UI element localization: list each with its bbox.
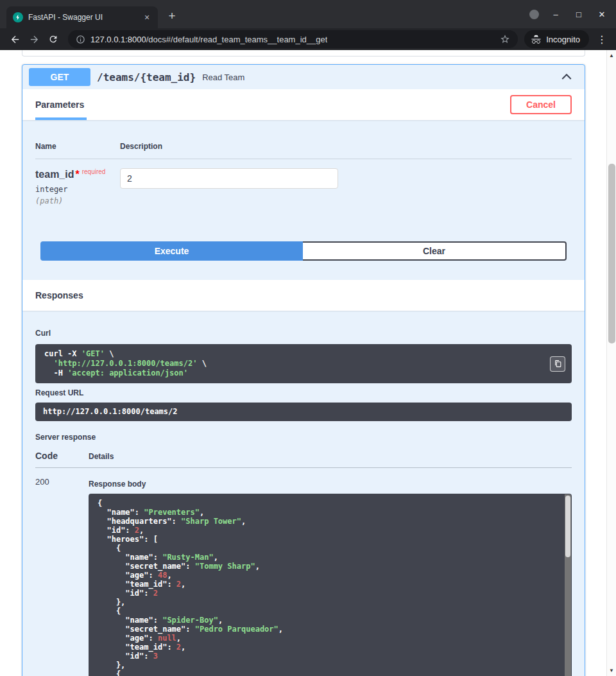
- incognito-label: Incognito: [546, 35, 580, 44]
- copy-to-clipboard-button[interactable]: [550, 356, 565, 372]
- column-code: Code: [35, 451, 89, 461]
- parameters-body: Name Description team_id*required intege…: [22, 120, 585, 280]
- curl-code: curl -X 'GET' \ 'http://127.0.0.1:8000/t…: [35, 344, 572, 383]
- responses-title: Responses: [35, 290, 83, 300]
- parameter-name: team_id*required: [35, 168, 120, 180]
- back-button[interactable]: [6, 31, 23, 48]
- response-body-scrollbar[interactable]: [565, 494, 571, 676]
- response-body-block: { "name": "Preventers", "headquarters": …: [89, 494, 572, 676]
- parameter-meta: team_id*required integer (path): [35, 168, 120, 205]
- scroll-up-icon[interactable]: ▲: [607, 53, 616, 58]
- reload-button[interactable]: [45, 31, 62, 48]
- browser-navbar: 127.0.0.1:8000/docs#/default/read_team_t…: [0, 28, 616, 50]
- execute-row: Execute Clear: [40, 241, 567, 261]
- site-info-icon[interactable]: [76, 35, 85, 44]
- address-bar[interactable]: 127.0.0.1:8000/docs#/default/read_team_t…: [68, 30, 518, 48]
- scroll-down-icon[interactable]: ▼: [607, 668, 616, 673]
- maximize-button[interactable]: □: [572, 10, 585, 19]
- incognito-badge: Incognito: [524, 30, 589, 48]
- parameter-name-text: team_id: [35, 169, 74, 180]
- incognito-icon: [531, 34, 542, 45]
- column-description: Description: [120, 142, 162, 151]
- previous-section-edge: [22, 50, 585, 56]
- opblock-get-teams: GET /teams/{team_id} Read Team Parameter…: [22, 64, 585, 676]
- bookmark-star-icon[interactable]: [500, 34, 510, 44]
- opblock-summary[interactable]: GET /teams/{team_id} Read Team: [22, 65, 585, 89]
- curl-label: Curl: [35, 329, 572, 338]
- column-details: Details: [89, 452, 114, 461]
- tab-title: FastAPI - Swagger UI: [28, 13, 136, 22]
- fastapi-logo-icon: [13, 12, 23, 22]
- column-name: Name: [35, 142, 120, 151]
- tab-parameters[interactable]: Parameters: [35, 89, 87, 120]
- response-row: 200 Response body { "name": "Preventers"…: [35, 468, 572, 676]
- required-star: *: [75, 169, 79, 180]
- cancel-button[interactable]: Cancel: [510, 95, 572, 114]
- status-code: 200: [35, 477, 89, 676]
- responses-header: Responses: [22, 280, 585, 311]
- browser-window: FastAPI - Swagger UI × + – □ ✕ 127.0.0.1…: [0, 0, 616, 676]
- url-text: 127.0.0.1:8000/docs#/default/read_team_t…: [90, 35, 327, 44]
- tab-close-icon[interactable]: ×: [141, 12, 153, 23]
- browser-status-icon[interactable]: [529, 10, 539, 19]
- page-scrollbar[interactable]: ▲ ▼: [606, 50, 616, 676]
- url-path: /docs#/default/read_team_teams__team_id_…: [146, 35, 328, 44]
- responses-body: Curl curl -X 'GET' \ 'http://127.0.0.1:8…: [22, 311, 585, 676]
- team-id-input[interactable]: [120, 168, 338, 189]
- window-close-button[interactable]: ✕: [595, 10, 608, 19]
- request-url-value: http://127.0.0.1:8000/teams/2: [35, 403, 572, 421]
- operation-path: /teams/{team_id}: [97, 71, 196, 83]
- clear-button[interactable]: Clear: [303, 241, 567, 261]
- new-tab-button[interactable]: +: [163, 8, 181, 26]
- execute-button[interactable]: Execute: [40, 241, 303, 261]
- response-table-headers: Code Details: [35, 451, 572, 468]
- response-body-scrollbar-thumb[interactable]: [565, 496, 570, 557]
- minimize-button[interactable]: –: [549, 10, 562, 19]
- parameters-header: Parameters Cancel: [22, 89, 585, 120]
- browser-titlebar: FastAPI - Swagger UI × + – □ ✕: [0, 0, 616, 28]
- forward-button[interactable]: [26, 31, 42, 48]
- operation-summary: Read Team: [202, 73, 244, 82]
- collapse-chevron-icon[interactable]: [560, 71, 573, 83]
- parameter-row: team_id*required integer (path): [35, 159, 572, 205]
- parameter-value-cell: [120, 168, 338, 205]
- server-response-label: Server response: [35, 433, 572, 442]
- curl-block: curl -X 'GET' \ 'http://127.0.0.1:8000/t…: [35, 344, 572, 383]
- page-scrollbar-thumb[interactable]: [608, 164, 615, 343]
- swagger-page: GET /teams/{team_id} Read Team Parameter…: [0, 50, 606, 676]
- url-host: 127.0.0.1:8000: [90, 35, 146, 44]
- parameters-column-headers: Name Description: [35, 142, 572, 159]
- window-controls: – □ ✕: [529, 0, 616, 28]
- request-url-label: Request URL: [35, 388, 572, 397]
- browser-menu-icon[interactable]: ⋮: [594, 33, 610, 46]
- response-details-cell: Response body { "name": "Preventers", "h…: [89, 477, 572, 676]
- browser-tab[interactable]: FastAPI - Swagger UI ×: [6, 6, 158, 28]
- parameter-type: integer: [35, 185, 120, 194]
- required-label: required: [82, 168, 106, 175]
- parameter-location: (path): [35, 196, 120, 205]
- method-badge: GET: [29, 68, 90, 86]
- response-body-label: Response body: [89, 480, 572, 489]
- response-body-code[interactable]: { "name": "Preventers", "headquarters": …: [89, 494, 572, 676]
